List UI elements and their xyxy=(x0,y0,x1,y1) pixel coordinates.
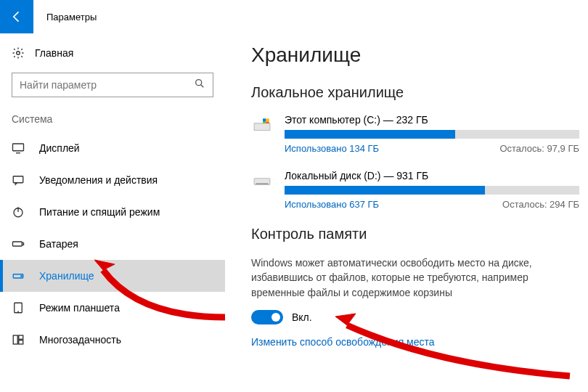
back-button[interactable] xyxy=(0,0,33,33)
svg-line-2 xyxy=(201,85,204,88)
svg-point-0 xyxy=(17,52,20,55)
svg-rect-21 xyxy=(266,122,269,123)
main-panel: Хранилище Локальное хранилище Этот компь… xyxy=(225,33,588,392)
nav-home[interactable]: Главная xyxy=(0,42,225,68)
battery-icon xyxy=(12,237,25,250)
storage-sense-state: Вкл. xyxy=(292,311,312,323)
nav-battery[interactable]: Батарея xyxy=(0,228,225,260)
nav-power[interactable]: Питание и спящий режим xyxy=(0,196,225,228)
storage-sense-desc: Windows может автоматически освободить м… xyxy=(251,256,556,300)
drive-d-name: Локальный диск (D:) — 931 ГБ xyxy=(285,170,579,181)
page-title: Хранилище xyxy=(251,44,579,67)
monitor-icon xyxy=(12,142,25,155)
nav-multitask[interactable]: Многозадачность xyxy=(0,324,225,356)
chat-icon xyxy=(12,173,25,187)
svg-rect-16 xyxy=(19,340,23,344)
power-icon xyxy=(12,205,25,219)
nav-multitask-label: Многозадачность xyxy=(39,334,121,346)
svg-rect-3 xyxy=(13,144,24,151)
sidebar: Главная Система Дисплей Уведомления и де… xyxy=(0,33,225,392)
drive-d-free: Осталось: 294 ГБ xyxy=(502,199,579,210)
search-box[interactable] xyxy=(12,73,213,97)
nav-tablet-label: Режим планшета xyxy=(39,302,120,314)
nav-battery-label: Батарея xyxy=(39,238,78,250)
local-storage-heading: Локальное хранилище xyxy=(251,84,579,101)
drive-c-bar xyxy=(285,130,579,139)
storage-sense-toggle[interactable] xyxy=(251,310,283,324)
drive-d-bar xyxy=(285,186,579,195)
drive-d-icon xyxy=(251,170,273,210)
svg-rect-8 xyxy=(13,242,23,246)
svg-rect-23 xyxy=(256,183,268,184)
svg-rect-18 xyxy=(263,118,266,121)
svg-rect-9 xyxy=(23,243,24,245)
svg-rect-17 xyxy=(254,123,270,131)
arrow-left-icon xyxy=(9,9,24,24)
drive-c-used[interactable]: Использовано 134 ГБ xyxy=(285,143,379,154)
gear-icon xyxy=(12,46,25,60)
window-title: Параметры xyxy=(46,12,97,23)
nav-notifications-label: Уведомления и действия xyxy=(39,174,158,186)
tablet-icon xyxy=(12,301,25,314)
nav-notifications[interactable]: Уведомления и действия xyxy=(0,164,225,196)
drive-c-name: Этот компьютер (C:) — 232 ГБ xyxy=(285,114,579,126)
change-cleanup-link[interactable]: Изменить способ освобождения места xyxy=(251,336,579,348)
drive-c-free: Осталось: 97,9 ГБ xyxy=(499,143,579,154)
nav-display-label: Дисплей xyxy=(39,142,80,154)
nav-home-label: Главная xyxy=(35,47,73,59)
title-bar: Параметры xyxy=(0,0,588,33)
svg-rect-20 xyxy=(263,122,266,123)
multitask-icon xyxy=(12,333,25,346)
svg-point-1 xyxy=(196,80,202,86)
storage-sense-toggle-row: Вкл. xyxy=(251,310,579,324)
svg-point-11 xyxy=(21,276,23,277)
drive-c-icon xyxy=(251,114,273,154)
svg-rect-19 xyxy=(266,118,269,121)
search-icon xyxy=(194,78,205,92)
svg-rect-14 xyxy=(13,335,17,344)
section-system: Система xyxy=(0,110,225,132)
drive-d[interactable]: Локальный диск (D:) — 931 ГБ Использован… xyxy=(251,170,579,210)
nav-power-label: Питание и спящий режим xyxy=(39,206,160,218)
drive-d-used[interactable]: Использовано 637 ГБ xyxy=(285,199,379,210)
svg-rect-15 xyxy=(19,335,23,339)
drive-icon xyxy=(12,269,25,282)
search-input[interactable] xyxy=(20,79,194,91)
nav-storage[interactable]: Хранилище xyxy=(0,260,225,292)
storage-sense-heading: Контроль памяти xyxy=(251,226,579,242)
svg-rect-5 xyxy=(13,176,23,183)
drive-c[interactable]: Этот компьютер (C:) — 232 ГБ Использован… xyxy=(251,114,579,154)
nav-storage-label: Хранилище xyxy=(39,270,94,282)
nav-tablet[interactable]: Режим планшета xyxy=(0,292,225,324)
nav-display[interactable]: Дисплей xyxy=(0,132,225,164)
